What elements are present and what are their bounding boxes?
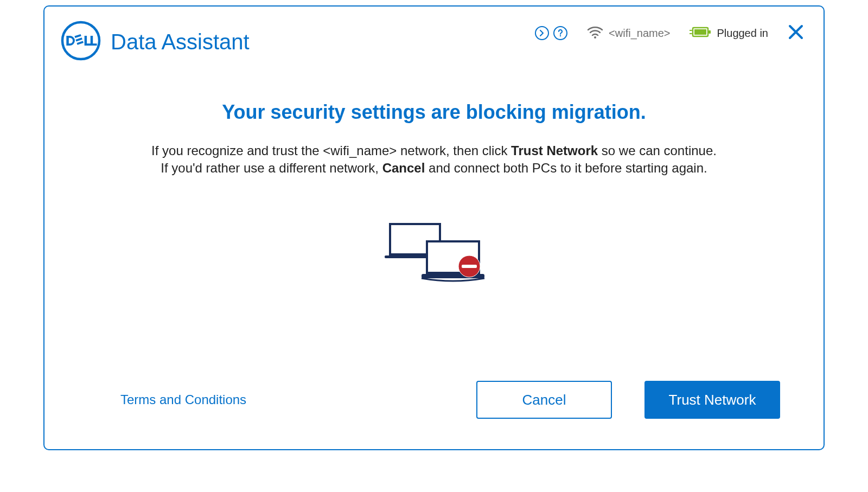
help-icon[interactable] [553,26,567,40]
wifi-name-label: <wifi_name> [609,27,670,40]
svg-rect-3 [76,41,83,45]
power-label: Plugged in [717,27,768,40]
brand: Data Assistant [61,21,250,63]
header-icon-group [535,26,567,40]
next-circle-icon[interactable] [535,26,549,40]
close-icon[interactable] [788,24,804,42]
line2-bold: Cancel [382,161,425,175]
line1-mid: network, then click [400,143,511,158]
app-title: Data Assistant [111,31,250,53]
line2-pre: If you'd rather use a different network, [161,161,382,175]
line2-post: and connect both PCs to it before starti… [429,161,707,175]
two-laptops-blocked-icon [382,221,486,288]
footer: Terms and Conditions Cancel Trust Networ… [44,381,824,449]
wifi-icon [587,25,603,41]
svg-point-5 [594,36,596,39]
svg-rect-2 [75,37,82,41]
trust-network-button[interactable]: Trust Network [644,381,780,419]
body-line-1: If you recognize and trust the <wifi_nam… [151,142,717,159]
body-text: If you recognize and trust the <wifi_nam… [151,142,717,177]
headline: Your security settings are blocking migr… [222,101,646,124]
main-content: Your security settings are blocking migr… [44,63,824,381]
line1-pre: If you recognize and trust the [151,143,323,158]
dell-logo-icon [61,21,101,63]
app-window: Data Assistant [43,5,825,450]
terms-link[interactable]: Terms and Conditions [120,392,246,407]
line1-wifi-name: <wifi_name> [323,142,397,159]
svg-rect-8 [709,30,711,34]
status-bar: <wifi_name> Plugged in [535,21,804,42]
line1-post: so we can continue. [602,143,717,158]
line1-bold: Trust Network [511,143,598,158]
battery-plugged-icon [690,26,711,40]
power-status: Plugged in [690,26,768,40]
header: Data Assistant [44,7,824,63]
body-line-2: If you'd rather use a different network,… [151,159,717,177]
svg-rect-15 [462,265,477,268]
svg-rect-7 [694,29,706,35]
svg-point-4 [560,35,561,36]
svg-rect-1 [74,34,81,38]
wifi-status: <wifi_name> [587,25,670,41]
cancel-button[interactable]: Cancel [476,381,612,419]
